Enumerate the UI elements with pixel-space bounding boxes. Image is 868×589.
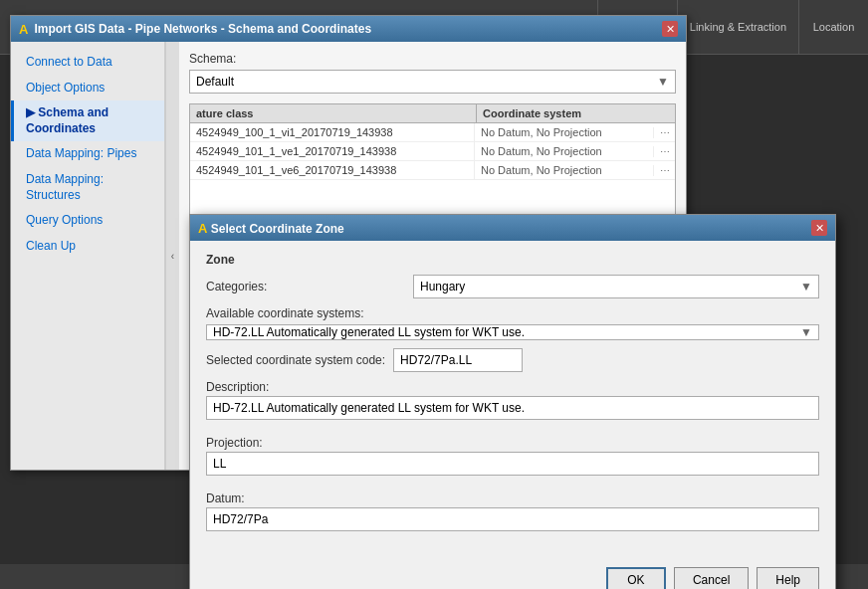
nav-clean-up-label: Clean Up xyxy=(26,239,76,253)
row1-coord: No Datum, No Projection xyxy=(474,142,653,160)
row2-coord: No Datum, No Projection xyxy=(474,161,653,179)
coord-titlebar: A Select Coordinate Zone ✕ xyxy=(190,215,835,241)
datum-value: HD72/7Pa xyxy=(213,512,268,526)
import-gis-titlebar: A Import GIS Data - Pipe Networks - Sche… xyxy=(11,16,686,42)
available-cs-dropdown[interactable]: HD-72.LL Automatically generated LL syst… xyxy=(206,324,819,340)
schema-label: Schema: xyxy=(189,52,676,66)
projection-field: LL xyxy=(206,452,819,476)
coord-title-left: A Select Coordinate Zone xyxy=(198,221,344,236)
nav-connect-to-data-label: Connect to Data xyxy=(26,55,112,69)
row0-menu-icon[interactable]: ⋯ xyxy=(653,127,675,138)
nav-data-mapping-pipes-label: Data Mapping: Pipes xyxy=(26,146,136,160)
datum-label: Datum: xyxy=(206,491,819,505)
available-cs-label: Available coordinate systems: xyxy=(206,306,819,320)
description-row: Description: HD-72.LL Automatically gene… xyxy=(206,380,819,428)
left-nav: Connect to Data Object Options ▶ Schema … xyxy=(11,42,165,470)
help-button[interactable]: Help xyxy=(757,567,819,589)
coord-zone-dialog: A Select Coordinate Zone ✕ Zone Categori… xyxy=(189,214,836,589)
location-label: Location xyxy=(813,21,855,33)
schema-dropdown[interactable]: Default ▼ xyxy=(189,70,676,94)
row2-feature: 4524949_101_1_ve6_20170719_143938 xyxy=(190,161,474,179)
available-cs-dropdown-arrow-icon: ▼ xyxy=(800,325,812,339)
nav-data-mapping-pipes[interactable]: Data Mapping: Pipes xyxy=(11,141,164,167)
selected-cs-input[interactable] xyxy=(393,348,523,372)
categories-dropdown[interactable]: Hungary ▼ xyxy=(413,275,819,298)
categories-value: Hungary xyxy=(420,280,465,294)
categories-row: Categories: Hungary ▼ xyxy=(206,275,819,298)
cancel-button[interactable]: Cancel xyxy=(674,567,749,589)
col-coordinate-system: Coordinate system xyxy=(476,104,655,122)
categories-label: Categories: xyxy=(206,280,405,294)
title-left: A Import GIS Data - Pipe Networks - Sche… xyxy=(19,22,371,37)
coord-dialog-close-button[interactable]: ✕ xyxy=(811,220,827,236)
row2-menu-icon[interactable]: ⋯ xyxy=(653,165,675,176)
selected-cs-label: Selected coordinate system code: xyxy=(206,353,385,367)
categories-dropdown-arrow-icon: ▼ xyxy=(800,280,812,294)
table-row[interactable]: 4524949_100_1_vi1_20170719_143938 No Dat… xyxy=(190,123,675,142)
nav-schema-coordinates-label: Schema andCoordinates xyxy=(26,105,108,135)
row0-coord: No Datum, No Projection xyxy=(474,123,653,141)
schema-dropdown-arrow-icon: ▼ xyxy=(657,75,669,89)
available-cs-value: HD-72.LL Automatically generated LL syst… xyxy=(213,325,525,339)
coord-dialog-title: Select Coordinate Zone xyxy=(211,222,344,236)
nav-object-options-label: Object Options xyxy=(26,81,105,95)
schema-value: Default xyxy=(196,75,234,89)
ok-button[interactable]: OK xyxy=(606,567,666,589)
description-field: HD-72.LL Automatically generated LL syst… xyxy=(206,396,819,420)
description-value: HD-72.LL Automatically generated LL syst… xyxy=(213,401,525,415)
datum-row: Datum: HD72/7Pa xyxy=(206,491,819,539)
linking-extraction-button[interactable]: Linking & Extraction xyxy=(677,0,798,54)
nav-schema-coordinates[interactable]: ▶ Schema andCoordinates xyxy=(11,100,164,141)
table-row[interactable]: 4524949_101_1_ve6_20170719_143938 No Dat… xyxy=(190,161,675,180)
nav-query-options-label: Query Options xyxy=(26,213,103,227)
row1-menu-icon[interactable]: ⋯ xyxy=(653,146,675,157)
coord-autodesk-icon: A xyxy=(198,221,207,236)
nav-data-mapping-structures[interactable]: Data Mapping:Structures xyxy=(11,167,164,208)
table-row[interactable]: 4524949_101_1_ve1_20170719_143938 No Dat… xyxy=(190,142,675,161)
description-label: Description: xyxy=(206,380,819,394)
coord-dialog-buttons: OK Cancel Help xyxy=(190,559,835,589)
nav-connect-to-data[interactable]: Connect to Data xyxy=(11,50,164,76)
selected-cs-row: Selected coordinate system code: xyxy=(206,348,819,372)
nav-clean-up[interactable]: Clean Up xyxy=(11,234,164,260)
linking-extraction-label: Linking & Extraction xyxy=(690,21,786,33)
col-feature-class: ature class xyxy=(190,104,476,122)
row0-feature: 4524949_100_1_vi1_20170719_143938 xyxy=(190,123,474,141)
projection-label: Projection: xyxy=(206,436,819,450)
coord-body: Zone Categories: Hungary ▼ Available coo… xyxy=(190,241,835,559)
datum-field: HD72/7Pa xyxy=(206,507,819,531)
location-button[interactable]: Location xyxy=(798,0,868,54)
table-header: ature class Coordinate system xyxy=(190,104,675,123)
nav-query-options[interactable]: Query Options xyxy=(11,208,164,234)
nav-data-mapping-structures-label: Data Mapping:Structures xyxy=(26,172,104,202)
nav-object-options[interactable]: Object Options xyxy=(11,76,164,101)
projection-value: LL xyxy=(213,457,226,471)
autodesk-icon: A xyxy=(19,22,28,37)
projection-row: Projection: LL xyxy=(206,436,819,484)
collapse-nav-button[interactable]: ‹ xyxy=(165,42,179,470)
available-cs-row: Available coordinate systems: HD-72.LL A… xyxy=(206,306,819,340)
nav-arrow-icon: ▶ xyxy=(26,105,38,119)
import-gis-title: Import GIS Data - Pipe Networks - Schema… xyxy=(34,22,371,36)
import-gis-close-button[interactable]: ✕ xyxy=(662,21,678,37)
zone-label: Zone xyxy=(206,253,819,267)
feature-table: ature class Coordinate system 4524949_10… xyxy=(189,103,676,223)
row1-feature: 4524949_101_1_ve1_20170719_143938 xyxy=(190,142,474,160)
